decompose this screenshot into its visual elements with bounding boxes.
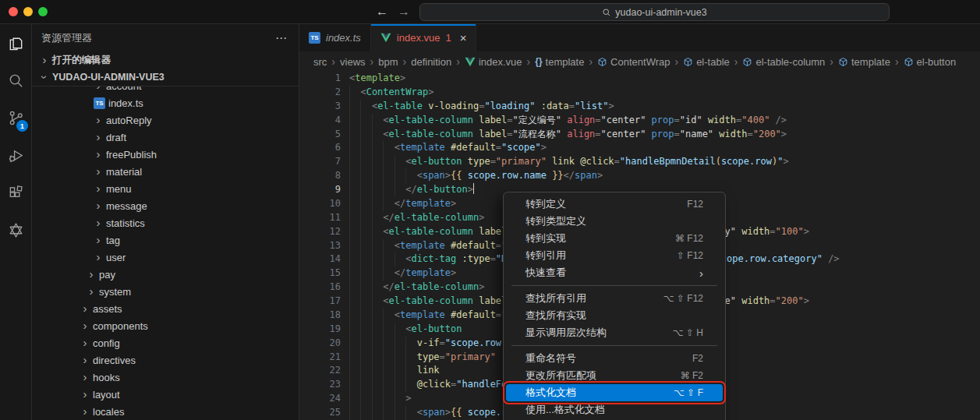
breadcrumb-item-ContentWrap[interactable]: ContentWrap — [597, 56, 670, 68]
indent-guides — [349, 392, 405, 406]
tree-item-label: components — [93, 320, 148, 332]
tree-item-layout[interactable]: ›layout — [32, 386, 299, 403]
more-actions-button[interactable]: ⋯ — [275, 31, 288, 45]
nav-forward-icon[interactable]: → — [394, 2, 413, 21]
nav-back-icon[interactable]: ← — [373, 2, 391, 21]
tree-item-autoReply[interactable]: ›autoReply — [32, 111, 299, 129]
tree-item-system[interactable]: ›system — [32, 283, 299, 300]
line-number: 18 — [299, 309, 341, 323]
breadcrumb-item-definition[interactable]: definition — [411, 56, 451, 68]
menu-separator — [511, 345, 717, 346]
activity-search-button[interactable] — [0, 62, 31, 99]
open-editors-section[interactable]: › 打开的编辑器 — [32, 51, 299, 69]
window-titlebar: ← → yudao-ui-admin-vue3 — [0, 0, 980, 24]
tree-item-components[interactable]: ›components — [32, 317, 299, 334]
chevron-down-icon: › — [40, 72, 49, 82]
code-line-1[interactable]: 1<template> — [299, 72, 980, 86]
tree-item-menu[interactable]: ›menu — [32, 180, 299, 197]
tree-item-user[interactable]: ›user — [32, 249, 299, 266]
breadcrumb-item-src[interactable]: src — [313, 56, 327, 68]
menu-item-转到引用[interactable]: 转到引用⇧ F12 — [506, 247, 723, 264]
menu-item-使用...格式化文档[interactable]: 使用...格式化文档 — [506, 401, 723, 418]
scm-changes-badge: 1 — [16, 120, 28, 132]
indent-guides — [349, 183, 405, 197]
code-line-3[interactable]: 3<el-table v-loading="loading" :data="li… — [299, 100, 980, 114]
tree-item-draft[interactable]: ›draft — [32, 129, 299, 146]
code-line-6[interactable]: 6<template #default="scope"> — [299, 141, 980, 155]
tree-item-locales[interactable]: ›locales — [32, 403, 299, 420]
menu-item-快速查看[interactable]: 快速查看› — [506, 264, 723, 281]
tree-item-index.ts[interactable]: TSindex.ts — [32, 94, 299, 111]
menu-item-更改所有匹配项[interactable]: 更改所有匹配项⌘ F2 — [506, 367, 723, 384]
tree-item-directives[interactable]: ›directives — [32, 351, 299, 369]
tab-label: index.ts — [326, 32, 361, 44]
tab-index.vue[interactable]: index.vue1× — [371, 24, 477, 51]
command-center-search[interactable]: yudao-ui-admin-vue3 — [419, 3, 890, 21]
code-line-2[interactable]: 2<ContentWrap> — [299, 86, 980, 100]
menu-item-label: 转到类型定义 — [525, 214, 586, 228]
indent-guides — [349, 323, 405, 337]
tree-item-statistics[interactable]: ›statistics — [32, 214, 299, 231]
tab-index.ts[interactable]: TSindex.ts — [299, 24, 371, 51]
breadcrumb-label: template — [546, 56, 585, 68]
open-editors-label: 打开的编辑器 — [52, 54, 111, 67]
menu-item-查找所有引用[interactable]: 查找所有引用⌥ ⇧ F12 — [506, 290, 723, 307]
tree-item-pay[interactable]: ›pay — [32, 266, 299, 283]
tree-item-account[interactable]: ›account — [32, 86, 299, 94]
submenu-arrow-icon: › — [699, 266, 703, 280]
menu-item-转到定义[interactable]: 转到定义F12 — [506, 196, 723, 213]
breadcrumb-item-template[interactable]: {}template — [535, 56, 584, 68]
menu-item-label: 转到实现 — [525, 231, 566, 245]
breadcrumb-separator: › — [370, 55, 374, 68]
activity-extensions-button[interactable] — [0, 174, 31, 211]
breadcrumb-label: template — [851, 56, 890, 68]
line-number: 14 — [299, 252, 341, 266]
breadcrumb-item-el-table-column[interactable]: el-table-column — [742, 56, 825, 68]
breadcrumb-item-views[interactable]: views — [340, 56, 366, 68]
menu-item-格式化文档[interactable]: 格式化文档⌥ ⇧ F — [506, 384, 723, 401]
code-line-8[interactable]: 8<span>{{ scope.row.name }}</span> — [299, 169, 980, 183]
breadcrumb-item-index.vue[interactable]: index.vue — [465, 56, 522, 68]
tab-close-icon[interactable]: × — [460, 31, 467, 44]
tree-item-tag[interactable]: ›tag — [32, 231, 299, 249]
activity-source-control-button[interactable]: 1 — [0, 99, 31, 136]
menu-item-查找所有实现[interactable]: 查找所有实现 — [506, 307, 723, 324]
chevron-right-icon: › — [94, 235, 103, 245]
line-number: 4 — [299, 114, 341, 128]
tree-item-label: locales — [93, 406, 124, 418]
breadcrumb-item-el-table[interactable]: el-table — [683, 56, 730, 68]
tree-item-message[interactable]: ›message — [32, 197, 299, 214]
tree-item-config[interactable]: ›config — [32, 334, 299, 351]
breadcrumb-item-bpm[interactable]: bpm — [378, 56, 398, 68]
traffic-light-close-button[interactable] — [9, 7, 18, 16]
line-number: 21 — [299, 351, 341, 365]
menu-separator — [511, 285, 717, 286]
indent-guides — [349, 351, 417, 365]
menu-item-重命名符号[interactable]: 重命名符号F2 — [506, 350, 723, 367]
tree-item-material[interactable]: ›material — [32, 163, 299, 180]
tree-item-freePublish[interactable]: ›freePublish — [32, 146, 299, 163]
activity-run-debug-button[interactable] — [0, 136, 31, 174]
indent-guides — [349, 114, 383, 128]
menu-item-转到类型定义[interactable]: 转到类型定义 — [506, 213, 723, 230]
tree-item-label: layout — [93, 389, 120, 401]
menu-item-显示调用层次结构[interactable]: 显示调用层次结构⌥ ⇧ H — [506, 324, 723, 341]
line-number: 9 — [299, 183, 341, 197]
traffic-light-minimize-button[interactable] — [23, 7, 33, 16]
indent-guides — [349, 406, 417, 420]
activity-openai-extension-button[interactable] — [0, 211, 31, 249]
activity-explorer-button[interactable] — [0, 24, 31, 62]
root-folder-section[interactable]: › YUDAO-UI-ADMIN-VUE3 — [32, 69, 299, 86]
search-icon — [7, 72, 25, 90]
tree-item-assets[interactable]: ›assets — [32, 300, 299, 317]
tree-item-hooks[interactable]: ›hooks — [32, 369, 299, 386]
line-number: 17 — [299, 295, 341, 309]
menu-item-转到实现[interactable]: 转到实现⌘ F12 — [506, 230, 723, 247]
breadcrumb-item-el-button[interactable]: el-button — [904, 56, 957, 68]
line-number: 15 — [299, 266, 341, 281]
traffic-light-zoom-button[interactable] — [38, 7, 48, 16]
code-line-4[interactable]: 4<el-table-column label="定义编号" align="ce… — [299, 114, 980, 128]
breadcrumb-item-template[interactable]: template — [838, 56, 890, 68]
code-line-5[interactable]: 5<el-table-column label="流程名称" align="ce… — [299, 128, 980, 142]
code-line-7[interactable]: 7<el-button type="primary" link @click="… — [299, 155, 980, 169]
